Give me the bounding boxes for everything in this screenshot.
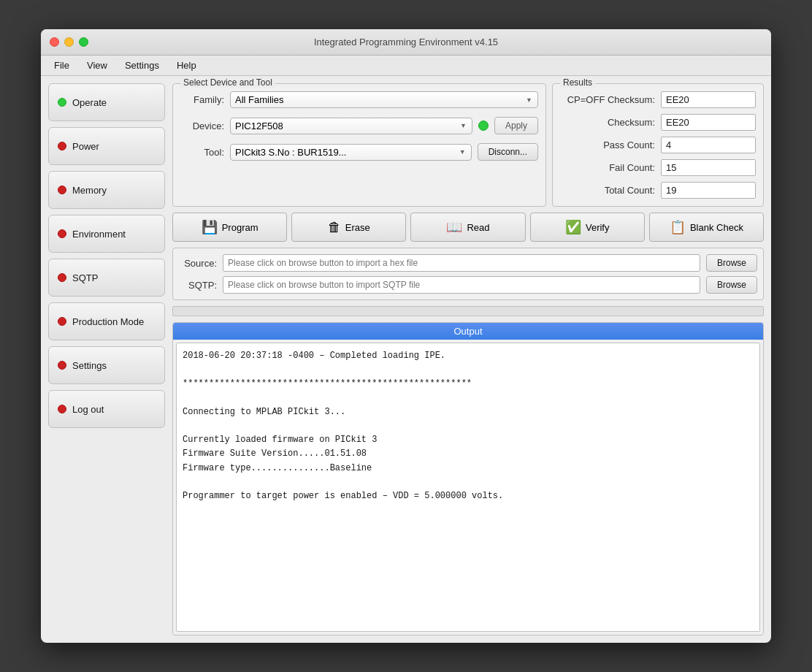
disconnect-button[interactable]: Disconn...	[478, 143, 538, 161]
tool-row: Tool: PICkit3 S.No : BUR1519... Disconn.…	[180, 143, 538, 161]
menu-settings[interactable]: Settings	[118, 58, 166, 73]
apply-button[interactable]: Apply	[494, 117, 538, 134]
sidebar-item-log-out[interactable]: Log out	[48, 390, 165, 428]
device-status-indicator	[478, 121, 489, 131]
source-row: Source: Browse	[179, 254, 757, 272]
result-row-fail-count: Fail Count: 15	[560, 159, 756, 176]
window-title: Integrated Programming Environment v4.15	[314, 37, 498, 47]
family-row: Family: All Families	[180, 91, 538, 108]
verify-label: Verify	[586, 222, 610, 233]
titlebar: Integrated Programming Environment v4.15	[41, 29, 771, 56]
sidebar-item-production-mode[interactable]: Production Mode	[48, 302, 165, 340]
production-mode-label: Production Mode	[72, 316, 144, 327]
device-panel: Select Device and Tool Family: All Famil…	[172, 83, 546, 207]
environment-status-dot	[58, 229, 66, 238]
operate-status-dot	[58, 98, 66, 107]
traffic-lights	[50, 37, 88, 47]
sqtp-browse-button[interactable]: Browse	[706, 276, 757, 294]
output-header: Output	[173, 323, 763, 340]
sidebar-item-operate[interactable]: Operate	[48, 83, 165, 121]
tool-label: Tool:	[180, 147, 224, 158]
app-window: Integrated Programming Environment v4.15…	[41, 29, 771, 643]
verify-button[interactable]: ✅ Verify	[530, 213, 645, 242]
sidebar: Operate Power Memory Environment SQTP Pr…	[48, 83, 165, 635]
device-panel-legend: Select Device and Tool	[180, 77, 275, 88]
close-button[interactable]	[50, 37, 59, 47]
source-label: Source:	[179, 258, 217, 269]
power-label: Power	[72, 141, 99, 152]
memory-status-dot	[58, 186, 66, 194]
main-content: Operate Power Memory Environment SQTP Pr…	[41, 76, 771, 643]
device-row: Device: PIC12F508 Apply	[180, 117, 538, 134]
program-label: Program	[222, 222, 258, 233]
result-row-total-count: Total Count: 19	[560, 182, 756, 199]
logout-label: Log out	[72, 404, 104, 415]
source-input[interactable]	[223, 254, 700, 272]
menubar: File View Settings Help	[41, 56, 771, 76]
minimize-button[interactable]	[64, 37, 74, 47]
maximize-button[interactable]	[79, 37, 88, 47]
results-panel-legend: Results	[560, 77, 595, 88]
production-mode-status-dot	[58, 317, 66, 326]
read-icon: 📖	[446, 219, 462, 235]
operate-label: Operate	[72, 97, 107, 108]
family-select[interactable]: All Families	[230, 91, 538, 108]
environment-label: Environment	[72, 229, 126, 240]
source-sqtp-panel: Source: Browse SQTP: Browse	[172, 248, 764, 300]
power-status-dot	[58, 142, 66, 150]
sqtp-label: SQTP	[72, 272, 98, 283]
sidebar-item-sqtp[interactable]: SQTP	[48, 259, 165, 297]
result-row-pass-count: Pass Count: 4	[560, 137, 756, 153]
output-panel: Output 2018-06-20 20:37:18 -0400 – Compl…	[172, 322, 764, 635]
program-icon: 💾	[202, 219, 218, 235]
blank-check-label: Blank Check	[690, 222, 743, 233]
device-label: Device:	[180, 121, 224, 131]
family-label: Family:	[180, 94, 224, 105]
tool-select[interactable]: PICkit3 S.No : BUR1519...	[230, 144, 472, 161]
logout-status-dot	[58, 405, 66, 413]
device-select[interactable]: PIC12F508	[230, 118, 472, 134]
read-label: Read	[467, 222, 489, 233]
checksum-cp-value: EE20	[661, 91, 756, 108]
output-text: 2018-06-20 20:37:18 -0400 – Completed lo…	[176, 343, 760, 632]
sqtp-row: SQTP: Browse	[179, 276, 757, 294]
device-select-wrapper: PIC12F508	[230, 118, 472, 134]
erase-label: Erase	[345, 222, 370, 233]
sidebar-item-environment[interactable]: Environment	[48, 215, 165, 253]
menu-view[interactable]: View	[80, 58, 115, 73]
total-count-value: 19	[661, 182, 756, 199]
checksum-label: Checksum:	[560, 117, 655, 128]
sqtp-label: SQTP:	[179, 280, 217, 291]
source-browse-button[interactable]: Browse	[706, 254, 757, 272]
pass-count-value: 4	[661, 137, 756, 153]
sidebar-item-power[interactable]: Power	[48, 127, 165, 165]
sidebar-item-settings[interactable]: Settings	[48, 346, 165, 384]
fail-count-label: Fail Count:	[560, 162, 655, 173]
sqtp-input[interactable]	[223, 276, 700, 294]
result-row-checksum: Checksum: EE20	[560, 114, 756, 131]
blank-check-button[interactable]: 📋 Blank Check	[649, 213, 764, 242]
menu-help[interactable]: Help	[169, 58, 204, 73]
read-button[interactable]: 📖 Read	[410, 213, 525, 242]
results-panel: Results CP=OFF Checksum: EE20 Checksum: …	[552, 83, 764, 207]
erase-icon: 🗑	[328, 220, 341, 235]
program-button[interactable]: 💾 Program	[172, 213, 287, 242]
action-buttons-row: 💾 Program 🗑 Erase 📖 Read ✅ Verify 📋	[172, 213, 764, 242]
family-select-wrapper: All Families	[230, 91, 538, 108]
settings-status-dot	[58, 361, 66, 370]
total-count-label: Total Count:	[560, 185, 655, 196]
memory-label: Memory	[72, 185, 107, 196]
checksum-cp-label: CP=OFF Checksum:	[560, 94, 655, 105]
sqtp-status-dot	[58, 273, 66, 282]
right-panel: Select Device and Tool Family: All Famil…	[172, 83, 764, 635]
blank-check-icon: 📋	[670, 219, 686, 235]
settings-label: Settings	[72, 360, 107, 371]
verify-icon: ✅	[565, 219, 581, 235]
tool-select-wrapper: PICkit3 S.No : BUR1519...	[230, 144, 472, 161]
sidebar-item-memory[interactable]: Memory	[48, 171, 165, 209]
progress-bar	[172, 306, 764, 316]
menu-file[interactable]: File	[47, 58, 77, 73]
erase-button[interactable]: 🗑 Erase	[291, 213, 406, 242]
checksum-value: EE20	[661, 114, 756, 131]
pass-count-label: Pass Count:	[560, 140, 655, 150]
